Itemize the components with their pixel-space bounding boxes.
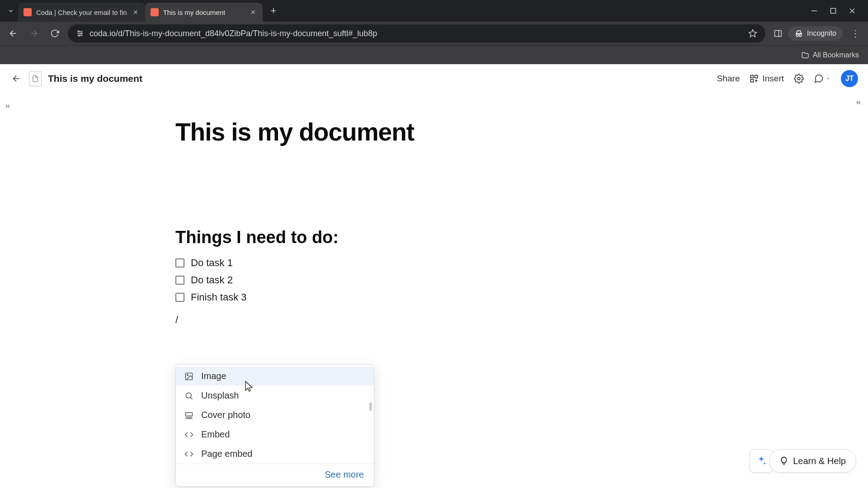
avatar[interactable]: JT	[841, 70, 858, 87]
sparkle-icon	[755, 455, 767, 467]
all-bookmarks-label: All Bookmarks	[813, 51, 859, 59]
checkbox[interactable]	[175, 293, 184, 302]
task-row[interactable]: Do task 1	[175, 257, 868, 269]
task-text[interactable]: Do task 1	[191, 257, 233, 269]
forward-button[interactable]	[26, 26, 42, 41]
checkbox[interactable]	[175, 258, 184, 267]
svg-rect-18	[751, 75, 754, 78]
app-header-right: Share Insert JT	[717, 70, 858, 87]
tab-bar: Coda | Check your email to fin × This is…	[0, 0, 868, 22]
menu-item-page-embed[interactable]: Page embed	[176, 444, 374, 464]
menu-item-label: Image	[201, 371, 226, 381]
search-icon	[184, 391, 194, 401]
svg-rect-28	[186, 413, 193, 416]
close-window-button[interactable]	[849, 8, 855, 14]
app-back-button[interactable]	[10, 72, 23, 85]
comment-icon	[814, 74, 824, 84]
slash-menu: Image Unsplash Cover photo Embed	[175, 364, 374, 487]
svg-rect-20	[751, 79, 754, 82]
menu-item-label: Cover photo	[201, 410, 250, 420]
chevron-down-icon	[826, 76, 831, 81]
task-text[interactable]: Finish task 3	[191, 291, 247, 303]
svg-rect-13	[775, 30, 782, 36]
grid-plus-icon	[750, 74, 759, 83]
image-icon	[184, 371, 194, 381]
document-icon[interactable]	[29, 71, 42, 86]
tab-title: This is my document	[163, 9, 245, 16]
bookmark-bar: All Bookmarks	[0, 45, 868, 64]
svg-point-23	[797, 77, 800, 80]
task-text[interactable]: Do task 2	[191, 274, 233, 286]
scrollbar-thumb[interactable]	[369, 403, 372, 411]
code-icon	[184, 430, 194, 440]
svg-line-27	[191, 397, 193, 399]
task-row[interactable]: Do task 2	[175, 274, 868, 286]
browser-tab-1[interactable]: Coda | Check your email to fin ×	[18, 3, 145, 22]
menu-item-label: Unsplash	[201, 390, 239, 401]
coda-app: This is my document Share Insert JT This…	[0, 64, 868, 488]
tab-title: Coda | Check your email to fin	[36, 9, 127, 16]
all-bookmarks-button[interactable]: All Bookmarks	[801, 51, 859, 59]
menu-item-cover-photo[interactable]: Cover photo	[176, 405, 374, 425]
browser-tab-2[interactable]: This is my document ×	[145, 3, 263, 22]
svg-marker-12	[749, 30, 757, 37]
see-more-button[interactable]: See more	[176, 464, 374, 486]
incognito-label: Incognito	[807, 29, 836, 38]
share-button[interactable]: Share	[717, 74, 740, 84]
checkbox[interactable]	[175, 276, 184, 285]
svg-point-15	[796, 34, 798, 37]
tab-close-button[interactable]: ×	[132, 8, 140, 16]
browser-menu-button[interactable]: ⋮	[848, 28, 863, 39]
folder-icon	[801, 51, 809, 59]
window-controls	[811, 8, 864, 14]
app-header: This is my document Share Insert JT	[0, 64, 868, 93]
learn-help-button[interactable]: Learn & Help	[769, 449, 856, 473]
page-body: This is my document Things I need to do:…	[0, 93, 868, 326]
incognito-badge[interactable]: Incognito	[788, 26, 843, 41]
side-panel-icon[interactable]	[774, 29, 783, 38]
task-row[interactable]: Finish task 3	[175, 291, 868, 303]
svg-point-10	[81, 33, 82, 34]
insert-button[interactable]: Insert	[750, 74, 784, 84]
svg-rect-1	[831, 9, 836, 14]
learn-help-label: Learn & Help	[793, 456, 846, 466]
lightbulb-icon	[779, 456, 788, 465]
settings-button[interactable]	[794, 74, 804, 84]
menu-item-unsplash[interactable]: Unsplash	[176, 386, 374, 405]
page-title[interactable]: This is my document	[175, 117, 868, 146]
svg-point-26	[186, 393, 191, 398]
svg-point-16	[799, 34, 802, 37]
bookmark-star-icon[interactable]	[748, 29, 757, 38]
reload-button[interactable]	[47, 26, 62, 41]
code-icon	[184, 449, 194, 459]
svg-point-25	[187, 374, 189, 375]
menu-item-image[interactable]: Image	[176, 366, 374, 386]
favicon-icon	[24, 8, 32, 16]
maximize-button[interactable]	[830, 8, 836, 14]
address-bar: coda.io/d/This-is-my-document_d84lv0ZibP…	[0, 22, 868, 45]
svg-rect-19	[755, 75, 758, 78]
minimize-button[interactable]	[811, 8, 817, 14]
cover-photo-icon	[184, 410, 194, 420]
svg-point-9	[78, 31, 80, 32]
doc-name[interactable]: This is my document	[48, 73, 142, 84]
favicon-icon	[151, 8, 159, 16]
task-list: Do task 1 Do task 2 Finish task 3	[175, 257, 868, 303]
comments-button[interactable]	[814, 74, 831, 84]
gear-icon	[794, 74, 804, 84]
url-text: coda.io/d/This-is-my-document_d84lv0ZibP…	[90, 29, 743, 38]
url-field[interactable]: coda.io/d/This-is-my-document_d84lv0ZibP…	[68, 24, 765, 42]
site-settings-icon[interactable]	[76, 29, 84, 38]
menu-item-embed[interactable]: Embed	[176, 425, 374, 444]
browser-chrome: Coda | Check your email to fin × This is…	[0, 0, 868, 64]
menu-item-label: Embed	[201, 429, 230, 440]
incognito-icon	[794, 29, 803, 38]
tab-close-button[interactable]: ×	[249, 8, 257, 16]
tab-search-button[interactable]	[4, 4, 18, 18]
section-heading[interactable]: Things I need to do:	[175, 228, 868, 247]
slash-command-input[interactable]: /	[175, 314, 868, 326]
back-button[interactable]	[5, 26, 21, 41]
new-tab-button[interactable]: +	[266, 4, 281, 18]
menu-item-label: Page embed	[201, 449, 252, 459]
slash-menu-list: Image Unsplash Cover photo Embed	[176, 366, 374, 464]
